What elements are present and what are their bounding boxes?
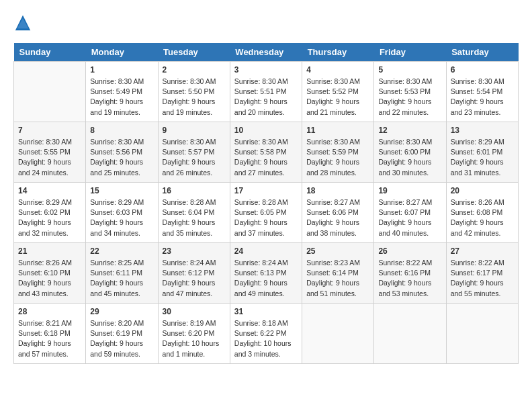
weekday-header-saturday: Saturday	[446, 43, 518, 62]
day-number: 1	[90, 65, 153, 75]
day-number: 28	[18, 307, 81, 316]
day-info: Sunrise: 8:26 AMSunset: 6:10 PMDaylight:…	[18, 258, 81, 299]
calendar-cell: 22Sunrise: 8:25 AMSunset: 6:11 PMDayligh…	[86, 243, 158, 304]
calendar-cell: 24Sunrise: 8:24 AMSunset: 6:13 PMDayligh…	[230, 243, 302, 304]
day-info: Sunrise: 8:29 AMSunset: 6:01 PMDaylight:…	[451, 137, 514, 178]
weekday-header-monday: Monday	[86, 43, 158, 62]
day-info: Sunrise: 8:27 AMSunset: 6:07 PMDaylight:…	[378, 197, 441, 238]
calendar-cell: 10Sunrise: 8:30 AMSunset: 5:58 PMDayligh…	[230, 122, 302, 183]
day-number: 29	[90, 307, 153, 316]
day-number: 3	[234, 65, 298, 75]
calendar-cell: 28Sunrise: 8:21 AMSunset: 6:18 PMDayligh…	[14, 304, 86, 364]
logo-icon	[13, 13, 32, 32]
day-number: 5	[378, 65, 441, 75]
day-number: 20	[451, 186, 514, 195]
calendar-week-row: 28Sunrise: 8:21 AMSunset: 6:18 PMDayligh…	[14, 304, 519, 364]
calendar-cell: 14Sunrise: 8:29 AMSunset: 6:02 PMDayligh…	[14, 183, 86, 243]
calendar-cell: 26Sunrise: 8:22 AMSunset: 6:16 PMDayligh…	[374, 243, 446, 304]
day-number: 22	[90, 246, 153, 256]
day-info: Sunrise: 8:24 AMSunset: 6:13 PMDaylight:…	[234, 258, 298, 299]
day-number: 17	[234, 186, 298, 195]
weekday-header-friday: Friday	[374, 43, 446, 62]
day-number: 6	[451, 65, 514, 75]
weekday-header-thursday: Thursday	[302, 43, 374, 62]
day-info: Sunrise: 8:28 AMSunset: 6:04 PMDaylight:…	[163, 197, 226, 238]
day-number: 8	[90, 126, 153, 135]
calendar-cell	[374, 304, 446, 364]
calendar-cell: 2Sunrise: 8:30 AMSunset: 5:50 PMDaylight…	[158, 62, 230, 122]
day-info: Sunrise: 8:30 AMSunset: 5:59 PMDaylight:…	[306, 137, 369, 178]
calendar-cell: 4Sunrise: 8:30 AMSunset: 5:52 PMDaylight…	[302, 62, 374, 122]
day-number: 30	[163, 307, 226, 316]
day-number: 10	[234, 126, 298, 135]
weekday-header-sunday: Sunday	[14, 43, 86, 62]
weekday-header-tuesday: Tuesday	[158, 43, 230, 62]
calendar-cell: 6Sunrise: 8:30 AMSunset: 5:54 PMDaylight…	[446, 62, 518, 122]
day-info: Sunrise: 8:30 AMSunset: 5:51 PMDaylight:…	[234, 77, 298, 118]
weekday-header-row: SundayMondayTuesdayWednesdayThursdayFrid…	[14, 43, 519, 62]
day-info: Sunrise: 8:30 AMSunset: 5:56 PMDaylight:…	[90, 137, 153, 178]
day-number: 2	[163, 65, 226, 75]
day-info: Sunrise: 8:24 AMSunset: 6:12 PMDaylight:…	[163, 258, 226, 299]
calendar-week-row: 21Sunrise: 8:26 AMSunset: 6:10 PMDayligh…	[14, 243, 519, 304]
calendar-cell: 25Sunrise: 8:23 AMSunset: 6:14 PMDayligh…	[302, 243, 374, 304]
calendar-cell: 1Sunrise: 8:30 AMSunset: 5:49 PMDaylight…	[86, 62, 158, 122]
calendar-cell: 15Sunrise: 8:29 AMSunset: 6:03 PMDayligh…	[86, 183, 158, 243]
calendar-cell: 9Sunrise: 8:30 AMSunset: 5:57 PMDaylight…	[158, 122, 230, 183]
calendar-cell: 8Sunrise: 8:30 AMSunset: 5:56 PMDaylight…	[86, 122, 158, 183]
calendar-cell	[446, 304, 518, 364]
calendar-cell: 11Sunrise: 8:30 AMSunset: 5:59 PMDayligh…	[302, 122, 374, 183]
calendar-week-row: 7Sunrise: 8:30 AMSunset: 5:55 PMDaylight…	[14, 122, 519, 183]
calendar-cell: 23Sunrise: 8:24 AMSunset: 6:12 PMDayligh…	[158, 243, 230, 304]
day-number: 7	[18, 126, 81, 135]
day-number: 16	[163, 186, 226, 195]
calendar-cell: 5Sunrise: 8:30 AMSunset: 5:53 PMDaylight…	[374, 62, 446, 122]
calendar-week-row: 14Sunrise: 8:29 AMSunset: 6:02 PMDayligh…	[14, 183, 519, 243]
calendar-cell: 13Sunrise: 8:29 AMSunset: 6:01 PMDayligh…	[446, 122, 518, 183]
day-info: Sunrise: 8:29 AMSunset: 6:02 PMDaylight:…	[18, 197, 81, 238]
calendar-cell: 31Sunrise: 8:18 AMSunset: 6:22 PMDayligh…	[230, 304, 302, 364]
calendar-cell	[302, 304, 374, 364]
weekday-header-wednesday: Wednesday	[230, 43, 302, 62]
calendar-cell: 20Sunrise: 8:26 AMSunset: 6:08 PMDayligh…	[446, 183, 518, 243]
day-info: Sunrise: 8:22 AMSunset: 6:17 PMDaylight:…	[451, 258, 514, 299]
day-info: Sunrise: 8:18 AMSunset: 6:22 PMDaylight:…	[234, 318, 298, 359]
calendar-cell: 12Sunrise: 8:30 AMSunset: 6:00 PMDayligh…	[374, 122, 446, 183]
calendar-cell: 3Sunrise: 8:30 AMSunset: 5:51 PMDaylight…	[230, 62, 302, 122]
calendar-cell: 21Sunrise: 8:26 AMSunset: 6:10 PMDayligh…	[14, 243, 86, 304]
day-info: Sunrise: 8:30 AMSunset: 5:58 PMDaylight:…	[234, 137, 298, 178]
day-info: Sunrise: 8:25 AMSunset: 6:11 PMDaylight:…	[90, 258, 153, 299]
day-info: Sunrise: 8:28 AMSunset: 6:05 PMDaylight:…	[234, 197, 298, 238]
day-info: Sunrise: 8:21 AMSunset: 6:18 PMDaylight:…	[18, 318, 81, 359]
day-info: Sunrise: 8:30 AMSunset: 5:57 PMDaylight:…	[163, 137, 226, 178]
calendar-cell: 30Sunrise: 8:19 AMSunset: 6:20 PMDayligh…	[158, 304, 230, 364]
day-number: 26	[378, 246, 441, 256]
calendar-cell: 7Sunrise: 8:30 AMSunset: 5:55 PMDaylight…	[14, 122, 86, 183]
day-info: Sunrise: 8:27 AMSunset: 6:06 PMDaylight:…	[306, 197, 369, 238]
day-info: Sunrise: 8:30 AMSunset: 5:52 PMDaylight:…	[306, 77, 369, 118]
day-number: 12	[378, 126, 441, 135]
day-number: 9	[163, 126, 226, 135]
calendar-cell: 27Sunrise: 8:22 AMSunset: 6:17 PMDayligh…	[446, 243, 518, 304]
day-info: Sunrise: 8:29 AMSunset: 6:03 PMDaylight:…	[90, 197, 153, 238]
logo	[13, 13, 35, 32]
day-number: 4	[306, 65, 369, 75]
day-info: Sunrise: 8:19 AMSunset: 6:20 PMDaylight:…	[163, 318, 226, 359]
day-info: Sunrise: 8:30 AMSunset: 5:55 PMDaylight:…	[18, 137, 81, 178]
day-info: Sunrise: 8:30 AMSunset: 5:54 PMDaylight:…	[451, 77, 514, 118]
day-number: 11	[306, 126, 369, 135]
day-number: 15	[90, 186, 153, 195]
day-number: 25	[306, 246, 369, 256]
day-info: Sunrise: 8:30 AMSunset: 6:00 PMDaylight:…	[378, 137, 441, 178]
day-number: 24	[234, 246, 298, 256]
day-number: 23	[163, 246, 226, 256]
day-info: Sunrise: 8:30 AMSunset: 5:53 PMDaylight:…	[378, 77, 441, 118]
day-number: 13	[451, 126, 514, 135]
day-number: 27	[451, 246, 514, 256]
day-info: Sunrise: 8:30 AMSunset: 5:49 PMDaylight:…	[90, 77, 153, 118]
calendar-cell	[14, 62, 86, 122]
calendar-cell: 17Sunrise: 8:28 AMSunset: 6:05 PMDayligh…	[230, 183, 302, 243]
day-info: Sunrise: 8:26 AMSunset: 6:08 PMDaylight:…	[451, 197, 514, 238]
calendar-cell: 16Sunrise: 8:28 AMSunset: 6:04 PMDayligh…	[158, 183, 230, 243]
calendar-cell: 18Sunrise: 8:27 AMSunset: 6:06 PMDayligh…	[302, 183, 374, 243]
